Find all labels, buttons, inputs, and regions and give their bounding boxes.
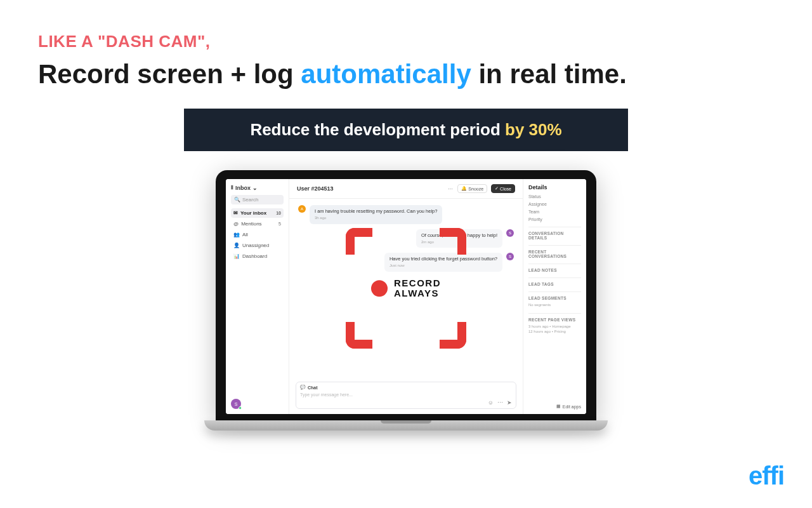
compose-placeholder: Type your message here... [300, 390, 512, 399]
avatar-letter: S [235, 402, 238, 406]
conversation-title: User #204513 [297, 185, 334, 192]
message-bubble: I am having trouble resetting my passwor… [310, 205, 442, 224]
section-recent-conversations: RECENT CONVERSATIONS [528, 245, 581, 258]
sidebar-item-label: Dashboard [242, 253, 267, 259]
page-view-item: 12 hours ago • Pricing [528, 329, 581, 334]
bracket-corner-icon [440, 322, 466, 349]
section-lead-segments: LEAD SEGMENTS [528, 291, 581, 300]
sidebar-item-your-inbox[interactable]: ✉ Your inbox 10 [231, 208, 284, 218]
emoji-icon[interactable]: ☺ [488, 399, 494, 406]
user-avatar[interactable]: S [231, 399, 241, 409]
more-icon[interactable]: ⋯ [497, 399, 503, 406]
count-badge: 5 [278, 222, 281, 226]
sidebar: ⦀ Inbox ⌄ 🔍 Search ✉ Your inbox 10 @ Men… [226, 179, 289, 414]
sidebar-item-label: Your inbox [240, 210, 266, 216]
details-panel: Details Status Assignee Team Priority CO… [523, 179, 586, 414]
inbox-dropdown[interactable]: ⦀ Inbox ⌄ [231, 184, 284, 191]
sidebar-item-all[interactable]: 👥 All [231, 230, 284, 239]
close-button[interactable]: ✓ Close [491, 184, 515, 193]
headline-accent: automatically [301, 59, 471, 89]
sender-avatar: A [298, 205, 306, 213]
bars-icon: ⦀ [231, 184, 233, 191]
sidebar-item-unassigned[interactable]: 👤 Unassigned [231, 241, 284, 250]
message-timestamp: 3h ago [315, 216, 437, 221]
bracket-corner-icon [346, 228, 372, 255]
chat-thread: A I am having trouble resetting my passw… [289, 199, 523, 378]
close-label: Close [500, 187, 511, 191]
avatar-letter: A [301, 207, 303, 211]
users-icon: 👥 [233, 232, 240, 237]
send-icon[interactable]: ➤ [507, 399, 512, 406]
record-line2: ALWAYS [394, 288, 441, 298]
headline-pre: Record screen + log [38, 59, 301, 89]
avatar-letter: S [509, 231, 511, 235]
at-icon: @ [233, 221, 239, 227]
check-icon: ✓ [495, 186, 499, 191]
sidebar-item-label: Unassigned [242, 243, 269, 248]
avatar-letter: S [509, 255, 511, 258]
compose-box[interactable]: 💬 Chat Type your message here... ☺ ⋯ ➤ [296, 382, 516, 409]
sender-avatar: S [506, 253, 514, 260]
detail-field-assignee[interactable]: Assignee [528, 202, 581, 206]
grid-icon: ▦ [556, 404, 561, 409]
conversation-panel: User #204513 ⋯ 🔔 Snooze ✓ Close A [289, 179, 523, 414]
laptop-mockup: ⦀ Inbox ⌄ 🔍 Search ✉ Your inbox 10 @ Men… [216, 170, 596, 431]
eyebrow-text: LIKE A "DASH CAM", [38, 32, 774, 51]
no-segments-text: No segments [528, 302, 581, 307]
snooze-label: Snooze [468, 187, 483, 191]
record-line1: RECORD [394, 279, 441, 289]
search-placeholder: Search [242, 197, 258, 203]
brand-logo: effi [749, 462, 784, 490]
message-text: I am having trouble resetting my passwor… [315, 208, 437, 215]
edit-apps-button[interactable]: ▦ Edit apps [556, 404, 581, 409]
detail-field-priority[interactable]: Priority [528, 217, 581, 222]
section-lead-notes: LEAD NOTES [528, 264, 581, 272]
headline: Record screen + log automatically in rea… [38, 59, 774, 90]
tray-icon: ✉ [233, 210, 238, 216]
chat-bubble-icon: 💬 [300, 385, 306, 390]
laptop-base [204, 420, 608, 431]
record-text: RECORD ALWAYS [394, 279, 441, 299]
bracket-corner-icon [346, 322, 372, 349]
page-view-item: 3 hours ago • Homepage [528, 324, 581, 329]
search-icon: 🔍 [234, 197, 240, 203]
sidebar-item-dashboard[interactable]: 📊 Dashboard [231, 251, 284, 261]
headline-post: in real time. [471, 59, 627, 89]
chevron-down-icon: ⌄ [252, 185, 258, 191]
sidebar-item-label: All [242, 232, 248, 237]
section-recent-page-views: RECENT PAGE VIEWS [528, 313, 581, 322]
inbox-label: Inbox [235, 185, 251, 191]
user-x-icon: 👤 [233, 243, 240, 248]
conversation-header: User #204513 ⋯ 🔔 Snooze ✓ Close [289, 179, 523, 199]
compose-tab: Chat [308, 385, 318, 390]
banner-accent: by 30% [505, 120, 562, 139]
count-badge: 10 [276, 211, 281, 215]
edit-apps-label: Edit apps [563, 404, 581, 409]
message-in: A I am having trouble resetting my passw… [298, 205, 514, 224]
bell-icon: 🔔 [461, 186, 467, 191]
banner-text: Reduce the development period [250, 120, 505, 139]
section-lead-tags: LEAD TAGS [528, 277, 581, 286]
details-title: Details [528, 184, 581, 190]
app-screen: ⦀ Inbox ⌄ 🔍 Search ✉ Your inbox 10 @ Men… [226, 179, 586, 414]
record-dot-icon [371, 280, 388, 297]
search-input[interactable]: 🔍 Search [231, 195, 284, 204]
detail-field-team[interactable]: Team [528, 210, 581, 214]
detail-field-status[interactable]: Status [528, 194, 581, 199]
section-conversation-details: CONVERSATION DETAILS [528, 227, 581, 240]
snooze-button[interactable]: 🔔 Snooze [457, 184, 487, 193]
record-overlay: RECORD ALWAYS [346, 228, 466, 349]
online-dot-icon [239, 406, 242, 410]
sender-avatar: S [506, 229, 514, 237]
more-button[interactable]: ⋯ [448, 186, 454, 192]
sidebar-item-label: Mentions [241, 221, 261, 227]
bracket-corner-icon [440, 228, 466, 255]
sidebar-item-mentions[interactable]: @ Mentions 5 [231, 219, 284, 229]
chart-icon: 📊 [233, 253, 240, 259]
value-banner: Reduce the development period by 30% [184, 109, 628, 151]
